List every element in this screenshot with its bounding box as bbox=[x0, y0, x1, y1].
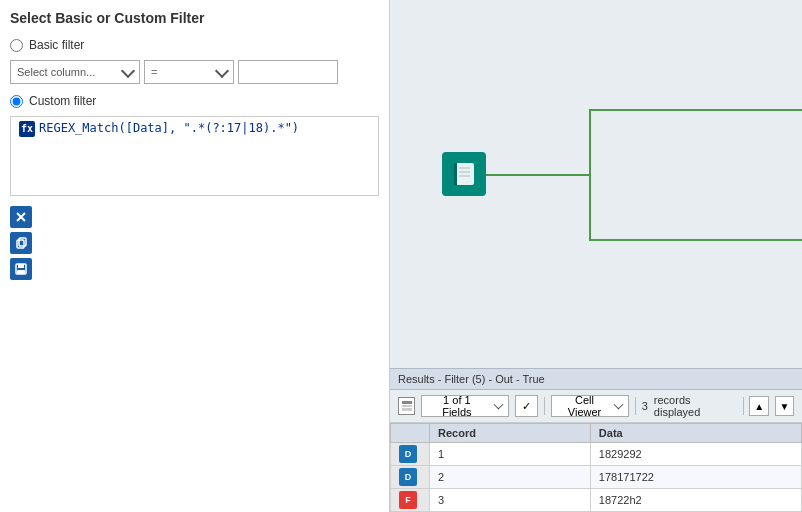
row-num: 1 bbox=[430, 443, 591, 466]
svg-rect-6 bbox=[17, 270, 25, 274]
canvas-area: T F Contains([Data],"17") orContains([Da… bbox=[390, 0, 802, 368]
separator-1 bbox=[544, 397, 545, 415]
filter-value-input[interactable] bbox=[238, 60, 338, 84]
col-record-header: Record bbox=[430, 424, 591, 443]
results-table: Record Data D11829292D2178171722F318722h… bbox=[390, 423, 802, 512]
custom-filter-box[interactable]: fxREGEX_Match([Data], ".*(?:17|18).*") bbox=[10, 116, 379, 196]
svg-rect-16 bbox=[402, 401, 412, 404]
cell-viewer-btn[interactable]: Cell Viewer bbox=[551, 395, 629, 417]
copy-icon bbox=[15, 237, 27, 249]
basic-filter-radio[interactable] bbox=[10, 39, 23, 52]
row-value: 18722h2 bbox=[590, 489, 801, 512]
fx-icon: fx bbox=[19, 121, 35, 137]
separator-2 bbox=[635, 397, 636, 415]
filter-expression: REGEX_Match([Data], ".*(?:17|18).*") bbox=[39, 121, 299, 135]
fields-label: 1 of 1 Fields bbox=[428, 394, 485, 418]
row-type-icon-1: D bbox=[399, 468, 417, 486]
svg-rect-18 bbox=[402, 408, 412, 411]
right-panel: T F Contains([Data],"17") orContains([Da… bbox=[390, 0, 802, 512]
basic-filter-label: Basic filter bbox=[29, 38, 84, 52]
table-row: D2178171722 bbox=[391, 466, 802, 489]
operator-select[interactable]: = bbox=[144, 60, 234, 84]
custom-filter-label: Custom filter bbox=[29, 94, 96, 108]
x-icon bbox=[15, 211, 27, 223]
book-node[interactable] bbox=[442, 152, 486, 196]
row-type-icon-2: F bbox=[399, 491, 417, 509]
checkmark-btn[interactable]: ✓ bbox=[515, 395, 538, 417]
records-label: records displayed bbox=[654, 394, 737, 418]
row-icon-cell: D bbox=[391, 443, 430, 466]
chevron-down-icon bbox=[215, 63, 229, 77]
svg-rect-2 bbox=[17, 240, 24, 248]
table-row: D11829292 bbox=[391, 443, 802, 466]
col-data-header: Data bbox=[590, 424, 801, 443]
results-toolbar: 1 of 1 Fields ✓ Cell Viewer 3 records di… bbox=[390, 390, 802, 423]
action-btn-2[interactable] bbox=[10, 232, 32, 254]
row-value: 178171722 bbox=[590, 466, 801, 489]
chevron-viewer-icon bbox=[614, 400, 624, 410]
chevron-down-icon bbox=[121, 63, 135, 77]
row-value: 1829292 bbox=[590, 443, 801, 466]
action-icons bbox=[10, 206, 379, 280]
book-icon bbox=[450, 160, 478, 188]
custom-filter-radio[interactable] bbox=[10, 95, 23, 108]
checkmark-icon: ✓ bbox=[522, 400, 531, 413]
cell-viewer-label: Cell Viewer bbox=[558, 394, 611, 418]
results-header: Results - Filter (5) - Out - True bbox=[390, 369, 802, 390]
records-count: 3 bbox=[642, 400, 648, 412]
sort-up-btn[interactable]: ▲ bbox=[749, 396, 768, 416]
col-icon-header bbox=[391, 424, 430, 443]
row-num: 2 bbox=[430, 466, 591, 489]
row-icon-cell: F bbox=[391, 489, 430, 512]
svg-rect-3 bbox=[19, 238, 26, 246]
left-panel: Select Basic or Custom Filter Basic filt… bbox=[0, 0, 390, 512]
row-icon-cell: D bbox=[391, 466, 430, 489]
sort-down-btn[interactable]: ▼ bbox=[775, 396, 794, 416]
save-icon bbox=[15, 263, 27, 275]
custom-filter-section: fxREGEX_Match([Data], ".*(?:17|18).*") bbox=[10, 116, 379, 280]
row-num: 3 bbox=[430, 489, 591, 512]
separator-3 bbox=[743, 397, 744, 415]
action-btn-3[interactable] bbox=[10, 258, 32, 280]
action-btn-1[interactable] bbox=[10, 206, 32, 228]
svg-rect-8 bbox=[454, 163, 457, 185]
basic-filter-row: Basic filter bbox=[10, 38, 379, 52]
results-panel: Results - Filter (5) - Out - True 1 of 1… bbox=[390, 368, 802, 512]
row-type-icon-0: D bbox=[399, 445, 417, 463]
basic-filter-controls: Select column... = bbox=[10, 60, 379, 84]
chevron-icon bbox=[494, 400, 504, 410]
svg-rect-5 bbox=[18, 264, 24, 268]
custom-filter-row: Custom filter bbox=[10, 94, 379, 108]
fields-dropdown[interactable]: 1 of 1 Fields bbox=[421, 395, 509, 417]
panel-title: Select Basic or Custom Filter bbox=[10, 10, 379, 26]
column-select[interactable]: Select column... bbox=[10, 60, 140, 84]
table-icon bbox=[398, 397, 415, 415]
svg-rect-17 bbox=[402, 405, 412, 407]
table-row: F318722h2 bbox=[391, 489, 802, 512]
